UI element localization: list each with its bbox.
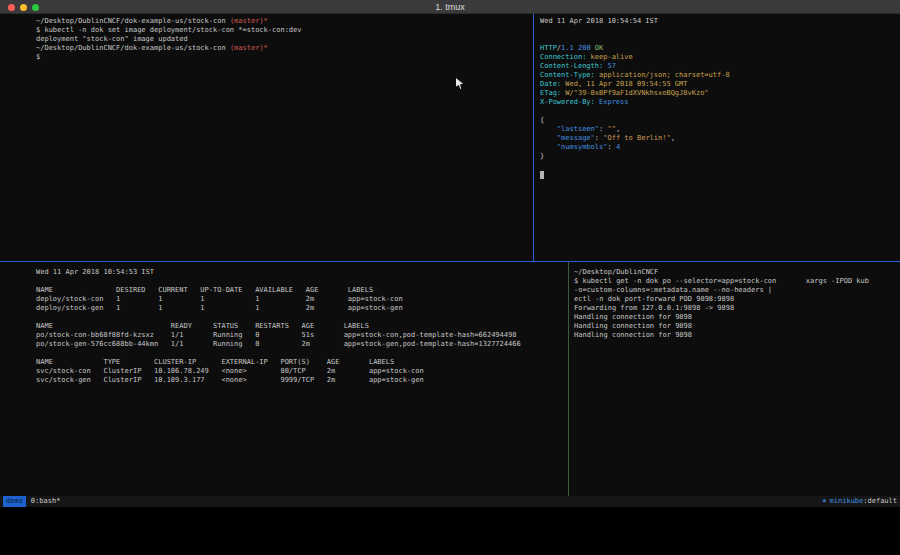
pane-divider-vertical-bottom[interactable] [568,262,569,496]
terminal-text-segment: X-Powered-By: [540,98,595,106]
terminal-text-segment: Wed, 11 Apr 2018 09:54:55 GMT [561,80,687,88]
terminal-text-segment [540,143,557,151]
terminal-text-segment: 200 [578,44,591,52]
terminal-text-segment: Connection: [540,53,586,61]
terminal-text-segment: (master)* [230,17,268,25]
terminal-line: Handling connection for 9898 [574,331,898,340]
terminal-text-segment: svc/stock-con ClusterIP 10.106.78.249 <n… [36,367,424,375]
terminal-line: deploy/stock-gen 1 1 1 1 2m app=stock-ge… [36,304,531,313]
terminal-text-segment: "message" [557,134,595,142]
kube-context: minikube [830,496,864,507]
terminal-line: ectl -n dok port-forward POD 9898:9898 [574,295,898,304]
terminal-text-segment: , [671,134,675,142]
terminal-line: X-Powered-By: Express [540,98,898,107]
terminal-text-segment: "numsymbols" [557,143,608,151]
terminal-line: HTTP/1.1 200 OK [540,44,898,53]
pane-port-forward[interactable]: ~/Desktop/DublinCNCF$ kubectl get -n dok… [569,262,900,496]
zoom-button[interactable] [32,4,39,11]
terminal-text-segment: Express [595,98,629,106]
terminal-text-segment: ectl -n dok port-forward POD 9898:9898 [574,295,734,303]
terminal-text-segment: $ [36,53,40,61]
terminal-text-segment: Handling connection for 9898 [574,322,692,330]
pane-http-response[interactable]: Wed 11 Apr 2018 10:54:54 ISTHTTP/1.1 200… [534,14,900,261]
terminal-line [540,26,898,35]
terminal-text-segment: W/"39-0xBPf9aF1dXVNkhsxoBQgJ8vKzo" [561,89,709,97]
terminal-text-segment: "lastseen" [557,125,599,133]
window-tab-bash[interactable]: 0:bash* [26,496,61,507]
terminal-text-segment: { [540,116,544,124]
terminal-text-segment: po/stock-gen-576cc688bb-44kmn 1/1 Runnin… [36,340,521,348]
terminal-line [540,35,898,44]
terminal-line: $ kubectl get -n dok po --selector=app=s… [574,277,898,286]
session-name[interactable]: demo [3,496,26,507]
terminal-window: 1. tmux ~/Desktop/DublinCNCF/dok-example… [0,0,900,555]
terminal-text-segment: Handling connection for 9898 [574,331,692,339]
terminal-line: po/stock-con-bb68f88fd-kzsxz 1/1 Running… [36,331,531,340]
terminal-text-segment: : [607,143,615,151]
terminal-text-segment: po/stock-con-bb68f88fd-kzsxz 1/1 Running… [36,331,516,339]
pane-kubectl-get-watch[interactable]: Wed 11 Apr 2018 10:54:53 ISTNAME DESIRED… [0,262,533,496]
terminal-line: NAME DESIRED CURRENT UP-TO-DATE AVAILABL… [36,286,531,295]
terminal-line [540,107,898,116]
terminal-text-segment: Content-Type: [540,71,595,79]
terminal-text-segment [540,125,557,133]
terminal-line: ETag: W/"39-0xBPf9aF1dXVNkhsxoBQgJ8vKzo" [540,89,898,98]
terminal-line: Forwarding from 127.0.0.1:9898 -> 9898 [574,304,898,313]
window-title: 1. tmux [435,0,465,14]
terminal-text-segment: keep-alive [586,53,632,61]
terminal-line: ~/Desktop/DublinCNCF/dok-example-us/stoc… [36,44,531,53]
terminal-line [540,161,898,170]
terminal-text-segment: 57 [603,62,616,70]
terminal-text-segment: 1.1 [561,44,574,52]
terminal-text-segment: -o=custom-columns=:metadata.name --no-he… [574,286,772,294]
terminal-text-segment: OK [595,44,603,52]
window-titlebar: 1. tmux [0,0,900,14]
terminal-line: Handling connection for 9898 [574,313,898,322]
pane-divider-vertical-top[interactable] [533,14,534,261]
terminal-line: Content-Length: 57 [540,62,898,71]
terminal-line: deployment "stock-con" image updated [36,35,531,44]
pane-shell-kubectl-set-image[interactable]: ~/Desktop/DublinCNCF/dok-example-us/stoc… [0,14,533,261]
terminal-text-segment: NAME TYPE CLUSTER-IP EXTERNAL-IP PORT(S)… [36,358,394,366]
terminal-line: Handling connection for 9898 [574,322,898,331]
terminal-line: Connection: keep-alive [540,53,898,62]
terminal-text-segment: "" [607,125,615,133]
terminal-text-segment: NAME READY STATUS RESTARTS AGE LABELS [36,322,369,330]
terminal-text-segment: , [616,125,620,133]
terminal-line: $ [36,53,531,62]
terminal-text-segment: Content-Length: [540,62,603,70]
terminal-line: Wed 11 Apr 2018 10:54:54 IST [540,17,898,26]
terminal-text-segment: Forwarding from 127.0.0.1:9898 -> 9898 [574,304,734,312]
terminal-line: Date: Wed, 11 Apr 2018 09:54:55 GMT [540,80,898,89]
terminal-text-segment [540,134,557,142]
terminal-line: ~/Desktop/DublinCNCF [574,268,898,277]
close-button[interactable] [8,4,15,11]
terminal-text-segment: "Off to Berlin!" [603,134,670,142]
terminal-line: { [540,116,898,125]
terminal-text-segment: 4 [616,143,620,151]
terminal-text-segment: } [540,152,544,160]
terminal-line: "numsymbols": 4 [540,143,898,152]
kubernetes-icon: ⎈ [822,496,829,507]
terminal-line: deploy/stock-con 1 1 1 1 2m app=stock-co… [36,295,531,304]
terminal-text-segment: ~/Desktop/DublinCNCF/dok-example-us/stoc… [36,17,230,25]
terminal-line: svc/stock-gen ClusterIP 10.109.3.177 <no… [36,376,531,385]
terminal-line [540,170,898,179]
kube-namespace: :default [863,496,897,507]
terminal-line: NAME READY STATUS RESTARTS AGE LABELS [36,322,531,331]
terminal-text-segment: Wed 11 Apr 2018 10:54:53 IST [36,268,154,276]
terminal-text-segment: Handling connection for 9898 [574,313,692,321]
terminal-line [36,313,531,322]
status-left: demo 0:bash* [3,496,60,507]
tmux-status-bar: demo 0:bash* ⎈ minikube :default [0,496,900,507]
terminal-text-segment: NAME DESIRED CURRENT UP-TO-DATE AVAILABL… [36,286,373,294]
traffic-lights [8,0,39,14]
pane-divider-horizontal[interactable] [0,261,900,262]
terminal-text-segment: Date: [540,80,561,88]
terminal-text-segment: Wed 11 Apr 2018 10:54:54 IST [540,17,658,25]
terminal-line [36,349,531,358]
terminal-text-segment: deployment "stock-con" image updated [36,35,188,43]
terminal-line [36,277,531,286]
minimize-button[interactable] [20,4,27,11]
terminal-line: svc/stock-con ClusterIP 10.106.78.249 <n… [36,367,531,376]
